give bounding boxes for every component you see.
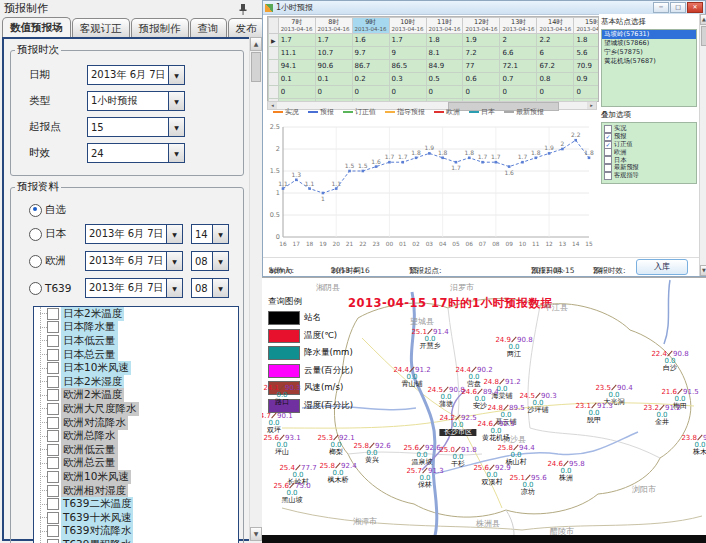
combo-日期[interactable]: 2013年 6月 7日▼ <box>87 65 185 85</box>
scroll-down-icon[interactable]: ▼ <box>700 265 706 276</box>
station-list-item[interactable]: 望城坡(57866) <box>602 39 696 48</box>
table-cell[interactable]: 0 <box>389 86 426 99</box>
table-cell[interactable]: 1.7 <box>315 34 352 47</box>
model-date-combo[interactable]: 2013年 6月 7日▼ <box>85 224 183 244</box>
forecast-table[interactable]: 7时2013-04-168时2013-04-169时2013-04-1610时2… <box>267 16 599 102</box>
tree-item[interactable]: T639累积降水 <box>40 538 238 543</box>
checkbox[interactable] <box>47 417 59 429</box>
table-cell[interactable]: 86.7 <box>352 60 389 73</box>
table-cell[interactable]: 77 <box>463 60 500 73</box>
tree-item[interactable]: T639十米风速 <box>40 511 238 525</box>
chevron-down-icon[interactable]: ▼ <box>168 118 184 136</box>
column-header[interactable]: 13时2013-04-16 <box>500 18 537 34</box>
checkbox[interactable] <box>604 172 612 180</box>
table-cell[interactable]: 0.1 <box>278 73 315 86</box>
table-cell[interactable]: 70.9 <box>574 60 599 73</box>
checkbox[interactable] <box>47 389 59 401</box>
table-cell[interactable]: 8.1 <box>426 47 463 60</box>
tree-item[interactable]: 日本总云量 <box>40 348 238 362</box>
scroll-down-icon[interactable]: ▼ <box>250 527 262 541</box>
column-header[interactable]: 10时2013-04-16 <box>389 18 426 34</box>
station-list[interactable]: 马坡岭(57631)望城坡(57866)宁乡(57875)黄花机场(57687) <box>601 29 697 107</box>
table-cell[interactable]: 2.2 <box>537 34 574 47</box>
scroll-thumb[interactable] <box>251 52 261 82</box>
combo-起报点[interactable]: 15▼ <box>87 117 185 137</box>
tree-item[interactable]: 日本10米风速 <box>40 361 238 375</box>
tab-客观订正[interactable]: 客观订正 <box>72 18 130 38</box>
table-cell[interactable]: 0 <box>352 86 389 99</box>
tab-查询[interactable]: 查询 <box>190 18 227 38</box>
chevron-down-icon[interactable]: ▼ <box>166 279 182 297</box>
table-cell[interactable]: 1.8 <box>426 34 463 47</box>
chevron-down-icon[interactable]: ▼ <box>212 225 228 243</box>
checkbox[interactable] <box>47 376 59 388</box>
column-header[interactable]: 14时2013-04-16 <box>537 18 574 34</box>
scroll-up-icon[interactable]: ▲ <box>700 14 706 25</box>
table-cell[interactable]: 0 <box>315 86 352 99</box>
table-cell[interactable]: 0.5 <box>426 73 463 86</box>
table-cell[interactable]: 0 <box>426 86 463 99</box>
checkbox[interactable] <box>47 525 59 537</box>
model-radio[interactable] <box>29 228 42 241</box>
column-header[interactable]: 8时2013-04-16 <box>315 18 352 34</box>
checkbox[interactable] <box>47 349 59 361</box>
table-cell[interactable]: 7.2 <box>463 47 500 60</box>
table-cell[interactable]: 6.6 <box>500 47 537 60</box>
chevron-down-icon[interactable]: ▼ <box>168 92 184 110</box>
table-cell[interactable]: 1.8 <box>574 34 599 47</box>
checkbox[interactable] <box>47 321 59 333</box>
checkbox[interactable] <box>47 430 59 442</box>
model-hour-combo[interactable]: 08▼ <box>191 278 229 298</box>
column-header[interactable]: 15时2013-04-16 <box>574 18 599 34</box>
tree-item[interactable]: 欧洲对流降水 <box>40 416 238 430</box>
checkbox[interactable] <box>47 457 59 469</box>
station-list-item[interactable]: 宁乡(57875) <box>602 48 696 57</box>
column-header[interactable]: 12时2013-04-16 <box>463 18 500 34</box>
checkbox[interactable] <box>604 148 612 156</box>
chevron-down-icon[interactable]: ▼ <box>168 66 184 84</box>
left-panel-scrollbar[interactable]: ▲ ▼ <box>249 37 262 541</box>
combo-时效[interactable]: 24▼ <box>87 143 185 163</box>
model-hour-combo[interactable]: 08▼ <box>191 251 229 271</box>
table-cell[interactable]: 1.6 <box>352 34 389 47</box>
chevron-down-icon[interactable]: ▼ <box>212 252 228 270</box>
model-hour-combo[interactable]: 14▼ <box>191 224 229 244</box>
table-cell[interactable]: 9 <box>389 47 426 60</box>
checkbox[interactable] <box>47 362 59 374</box>
tree-item[interactable]: 日本降水量 <box>40 321 238 335</box>
tree-item[interactable]: 欧洲2米温度 <box>40 389 238 403</box>
table-cell[interactable]: 86.5 <box>389 60 426 73</box>
combo-类型[interactable]: 1小时预报▼ <box>87 91 185 111</box>
tab-预报制作[interactable]: 预报制作 <box>131 18 189 38</box>
table-cell[interactable]: 10.7 <box>315 47 352 60</box>
row-header[interactable]: ▶ <box>269 34 279 47</box>
tree-item[interactable]: 日本低云量 <box>40 334 238 348</box>
chevron-down-icon[interactable]: ▼ <box>166 225 182 243</box>
table-cell[interactable]: 0.3 <box>389 73 426 86</box>
table-cell[interactable]: 90.6 <box>315 60 352 73</box>
tree-item[interactable]: 欧洲总降水 <box>40 429 238 443</box>
tree-item[interactable]: 欧洲相对湿度 <box>40 484 238 498</box>
window-scrollbar[interactable]: ▲ ▼ <box>699 14 706 276</box>
row-header[interactable] <box>269 47 279 60</box>
checkbox[interactable] <box>47 471 59 483</box>
checkbox[interactable] <box>47 403 59 415</box>
checkbox[interactable] <box>604 156 612 164</box>
table-cell[interactable]: 0 <box>574 86 599 99</box>
station-list-item[interactable]: 黄花机场(57687) <box>602 57 696 66</box>
pin-icon[interactable] <box>238 3 248 15</box>
tree-item[interactable]: T639对流降水 <box>40 525 238 539</box>
self-radio[interactable] <box>29 204 42 217</box>
minimize-button[interactable]: ─ <box>653 2 669 13</box>
overlay-item[interactable]: 客观指导 <box>604 172 696 180</box>
table-cell[interactable]: 0.2 <box>352 73 389 86</box>
tree-item[interactable]: 欧洲10米风速 <box>40 470 238 484</box>
model-radio[interactable] <box>29 255 42 268</box>
table-cell[interactable]: 0.7 <box>500 73 537 86</box>
row-header[interactable] <box>269 60 279 73</box>
chevron-down-icon[interactable]: ▼ <box>166 252 182 270</box>
row-header[interactable] <box>269 73 279 86</box>
maximize-button[interactable]: □ <box>670 2 686 13</box>
table-cell[interactable]: 0 <box>463 86 500 99</box>
table-cell[interactable]: 0.9 <box>574 73 599 86</box>
